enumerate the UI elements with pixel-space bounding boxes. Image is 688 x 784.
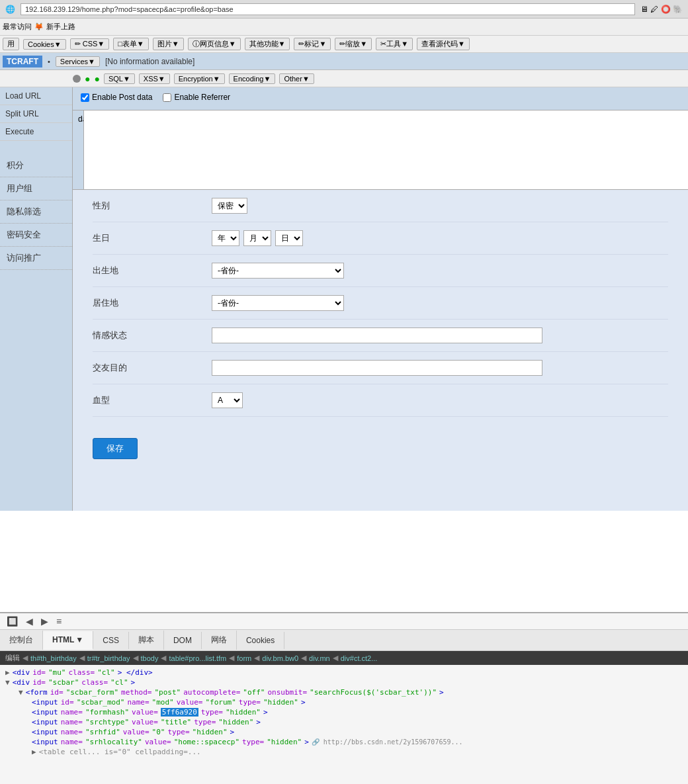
tab-cookies[interactable]: Cookies	[237, 632, 284, 649]
breadcrumb-table[interactable]: table#pro...list.tfm	[169, 654, 226, 662]
split-url-item[interactable]: Split URL	[0, 105, 72, 123]
checkbox-row: Enable Post data Enable Referrer	[81, 93, 680, 102]
enable-referrer-text: Enable Referrer	[174, 93, 230, 102]
save-button[interactable]: 保存	[93, 438, 138, 459]
triangle-3[interactable]: ▼	[19, 688, 23, 697]
form-area: 性别 保密 男 女 生日 年 月	[73, 190, 688, 511]
data-label-cell: data	[73, 110, 83, 189]
newhand-label: 新手上路	[46, 22, 75, 32]
devtools-toolbar: 🔲 ◀ ▶ ≡	[0, 613, 688, 630]
tab-dom[interactable]: DOM	[164, 632, 202, 649]
enable-referrer-checkbox[interactable]	[163, 93, 171, 102]
code-line-3: ▼ <form id="scbar_form" method="post" au…	[5, 687, 683, 697]
tab-css[interactable]: CSS	[93, 632, 129, 649]
gender-select[interactable]: 保密 男 女	[212, 198, 247, 214]
form-row-relationship: 情感状态	[93, 320, 668, 352]
dating-label: 交友目的	[93, 362, 212, 374]
enable-post-label[interactable]: Enable Post data	[81, 93, 152, 102]
url-bar[interactable]: 192.168.239.129/home.php?mod=spacecp&ac=…	[21, 3, 635, 15]
devtools-code: ▶ <div id="mu" class="cl" > </div> ▼ <di…	[0, 665, 688, 760]
birthday-month-select[interactable]: 月	[243, 230, 271, 246]
form-row-dating: 交友目的	[93, 352, 668, 384]
pageinfo-button[interactable]: ⓘ网页信息▼	[188, 38, 241, 50]
save-row: 保存	[93, 417, 668, 470]
form-row-birthday: 生日 年 月 日	[93, 222, 668, 255]
toolbar-frequent: 最常访问 🦊 新手上路	[0, 19, 688, 36]
execute-item[interactable]: Execute	[0, 123, 72, 141]
breadcrumb-th[interactable]: th#th_birthday	[30, 654, 77, 662]
toolbar-injection: ● ● SQL▼ XSS▼ Encryption▼ Encoding▼ Othe…	[0, 70, 688, 87]
bloodtype-select[interactable]: A B AB O	[212, 392, 243, 408]
tab-script[interactable]: 脚本	[129, 631, 164, 650]
breadcrumb-tr[interactable]: tr#tr_birthday	[87, 654, 130, 662]
devtools-inspect-button[interactable]: 🔲	[4, 615, 21, 628]
enable-referrer-label[interactable]: Enable Referrer	[163, 93, 230, 102]
services-button[interactable]: Services▼	[56, 56, 100, 67]
form-row-gender: 性别 保密 男 女	[93, 190, 668, 222]
breadcrumb-form[interactable]: form	[237, 654, 251, 662]
devtools-tabs: 控制台 HTML ▼ CSS 脚本 DOM 网络 Cookies	[0, 630, 688, 651]
sidebar-item-promotion[interactable]: 访问推广	[0, 247, 72, 270]
content-panel: Enable Post data Enable Referrer data 性别…	[73, 87, 688, 511]
sidebar-item-security[interactable]: 密码安全	[0, 224, 72, 247]
devtools-forward-button[interactable]: ▶	[38, 615, 51, 628]
enable-post-checkbox[interactable]	[81, 93, 89, 102]
enable-post-text: Enable Post data	[92, 93, 152, 102]
residence-select[interactable]: -省份-	[212, 295, 344, 311]
tcraft-label: TCRAFT	[3, 56, 42, 67]
devtools-panel: 🔲 ◀ ▶ ≡ 控制台 HTML ▼ CSS 脚本 DOM 网络 Cookies…	[0, 612, 688, 784]
birthday-control: 年 月 日	[212, 230, 303, 246]
load-url-item[interactable]: Load URL	[0, 87, 72, 105]
sidebar-item-usergroup[interactable]: 用户组	[0, 177, 72, 200]
sidebar-item-score[interactable]: 积分	[0, 154, 72, 177]
xss-button[interactable]: XSS▼	[139, 73, 170, 84]
post-data-textarea[interactable]	[83, 110, 688, 189]
form-button[interactable]: □表单▼	[113, 38, 149, 50]
css-button[interactable]: ✏ CSS▼	[70, 38, 110, 50]
triangle-1[interactable]: ▶	[5, 668, 10, 677]
post-data-panel: Enable Post data Enable Referrer	[73, 87, 688, 110]
image-button[interactable]: 图片▼	[153, 38, 184, 50]
birthplace-select[interactable]: -省份-	[212, 263, 344, 279]
relationship-label: 情感状态	[93, 329, 212, 341]
mark-button[interactable]: ✏标记▼	[294, 38, 331, 50]
sql-button[interactable]: SQL▼	[104, 73, 135, 84]
green-dot-2: ●	[94, 73, 99, 84]
source-button[interactable]: 查看源代码▼	[417, 38, 470, 50]
triangle-more[interactable]: ▶	[32, 748, 36, 756]
tab-html[interactable]: HTML ▼	[43, 631, 93, 650]
encoding-button[interactable]: Encoding▼	[229, 73, 276, 84]
tab-network[interactable]: 网络	[202, 631, 237, 650]
birthday-label: 生日	[93, 232, 212, 244]
breadcrumb-div-ct[interactable]: div#ct.ct2...	[341, 654, 378, 662]
encryption-button[interactable]: Encryption▼	[174, 73, 225, 84]
form-row-bloodtype: 血型 A B AB O	[93, 384, 668, 417]
triangle-2[interactable]: ▼	[5, 678, 10, 687]
devtools-back-button[interactable]: ◀	[23, 615, 36, 628]
breadcrumb-div-mn[interactable]: div.mn	[309, 654, 330, 662]
relationship-input[interactable]	[212, 327, 542, 343]
other-button[interactable]: Other▼	[279, 73, 314, 84]
breadcrumb-div-bm[interactable]: div.bm.bw0	[262, 654, 298, 662]
other-func-button[interactable]: 其他功能▼	[245, 38, 290, 50]
devtools-breadcrumb: 编辑 ◀ th#th_birthday ◀ tr#tr_birthday ◀ t…	[0, 651, 688, 665]
zoom-button[interactable]: ✏缩放▼	[335, 38, 372, 50]
yong-button[interactable]: 用	[3, 38, 19, 50]
sidebar-item-privacy[interactable]: 隐私筛选	[0, 200, 72, 224]
birthplace-label: 出生地	[93, 265, 212, 277]
birthday-year-select[interactable]: 年	[212, 230, 239, 246]
code-line-input-1: <input id="scbar_mod" name="mod" value="…	[5, 697, 683, 707]
birthday-day-select[interactable]: 日	[275, 230, 303, 246]
tools-button[interactable]: ✂工具▼	[376, 38, 413, 50]
browser-icon: 🌐	[5, 5, 15, 14]
bloodtype-control: A B AB O	[212, 392, 243, 408]
tab-console[interactable]: 控制台	[0, 631, 43, 650]
breadcrumb-tbody[interactable]: tbody	[141, 654, 159, 662]
cookies-button[interactable]: Cookies▼	[23, 39, 66, 50]
browser-controls: 🖥 🖊 ⭕ 🐘	[640, 5, 683, 14]
dating-input[interactable]	[212, 360, 542, 376]
code-line-input-2: <input name="formhash" value=5ff6a920 ty…	[5, 707, 683, 717]
code-line-more: ▶ <table cell... is="0" cellpadding=...	[5, 747, 683, 757]
dating-control	[212, 360, 542, 376]
devtools-list-button[interactable]: ≡	[54, 615, 64, 628]
